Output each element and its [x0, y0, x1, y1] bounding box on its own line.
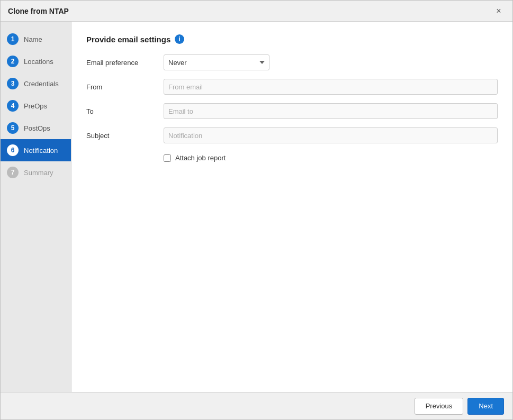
dialog-footer: Previous Next — [1, 392, 512, 419]
sidebar-item-postops[interactable]: 5 PostOps — [1, 117, 71, 139]
step-badge-6: 6 — [7, 144, 19, 156]
step-badge-3: 3 — [7, 78, 19, 89]
to-row: To — [86, 103, 498, 119]
sidebar-label-postops: PostOps — [24, 124, 50, 132]
sidebar-label-name: Name — [24, 35, 42, 43]
subject-label: Subject — [86, 132, 155, 140]
dialog-title: Clone from NTAP — [8, 7, 69, 15]
clone-dialog: Clone from NTAP × 1 Name 2 Locations 3 C… — [0, 0, 513, 420]
from-label: From — [86, 83, 155, 91]
subject-row: Subject — [86, 127, 498, 143]
sidebar-item-summary[interactable]: 7 Summary — [1, 161, 71, 184]
from-input[interactable] — [164, 79, 498, 95]
sidebar-item-notification[interactable]: 6 Notification — [1, 139, 71, 161]
subject-input[interactable] — [164, 127, 498, 143]
sidebar-item-locations[interactable]: 2 Locations — [1, 50, 71, 72]
sidebar-label-locations: Locations — [24, 58, 53, 66]
dialog-body: 1 Name 2 Locations 3 Credentials 4 PreOp… — [1, 22, 512, 392]
sidebar-item-credentials[interactable]: 3 Credentials — [1, 72, 71, 95]
from-row: From — [86, 79, 498, 95]
dialog-titlebar: Clone from NTAP × — [1, 1, 512, 22]
attach-job-report-label[interactable]: Attach job report — [175, 154, 226, 162]
sidebar-label-summary: Summary — [24, 169, 53, 177]
next-button[interactable]: Next — [467, 398, 504, 415]
step-badge-7: 7 — [7, 167, 19, 178]
step-badge-4: 4 — [7, 100, 19, 112]
sidebar-label-preops: PreOps — [24, 102, 47, 110]
close-button[interactable]: × — [492, 5, 505, 17]
step-badge-2: 2 — [7, 56, 19, 67]
info-icon[interactable]: i — [175, 34, 184, 44]
section-title-text: Provide email settings — [86, 35, 170, 44]
sidebar-item-name[interactable]: 1 Name — [1, 28, 71, 50]
main-content: Provide email settings i Email preferenc… — [71, 22, 512, 392]
sidebar-item-preops[interactable]: 4 PreOps — [1, 95, 71, 117]
step-badge-5: 5 — [7, 122, 19, 134]
email-preference-row: Email preference Never On Failure On Suc… — [86, 54, 498, 70]
to-input[interactable] — [164, 103, 498, 119]
sidebar-label-notification: Notification — [24, 147, 58, 154]
sidebar: 1 Name 2 Locations 3 Credentials 4 PreOp… — [1, 22, 71, 392]
sidebar-label-credentials: Credentials — [24, 80, 59, 88]
email-preference-label: Email preference — [86, 59, 155, 67]
attach-job-report-checkbox[interactable] — [164, 154, 171, 162]
step-badge-1: 1 — [7, 33, 19, 45]
attach-job-report-row: Attach job report — [164, 154, 498, 162]
email-preference-select[interactable]: Never On Failure On Success Always — [164, 54, 269, 70]
previous-button[interactable]: Previous — [415, 398, 464, 415]
to-label: To — [86, 107, 155, 115]
section-title: Provide email settings i — [86, 34, 498, 44]
